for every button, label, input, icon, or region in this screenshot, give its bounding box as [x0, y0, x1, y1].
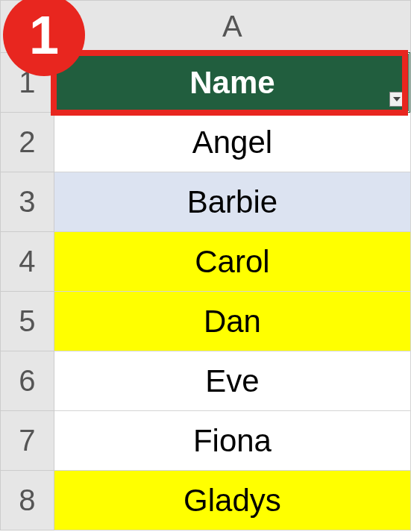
row-header-5[interactable]: 5	[1, 292, 54, 351]
column-header-A[interactable]: A	[54, 1, 410, 53]
cell-A8[interactable]: Gladys	[54, 471, 410, 531]
cell-A6[interactable]: Eve	[54, 351, 410, 411]
cell-A5[interactable]: Dan	[54, 292, 410, 351]
row-header-4[interactable]: 4	[1, 232, 54, 292]
chevron-down-icon	[393, 97, 401, 101]
row-header-6[interactable]: 6	[1, 351, 54, 411]
cell-A2[interactable]: Angel	[54, 113, 410, 172]
table-header-cell: Name	[55, 53, 410, 112]
row-header-2[interactable]: 2	[1, 113, 54, 172]
table-header-label: Name	[189, 65, 274, 101]
cell-A4[interactable]: Carol	[54, 232, 410, 292]
row-header-8[interactable]: 8	[1, 471, 54, 531]
spreadsheet-grid: A 1 Name 2 Angel 3 Barbie 4 Carol 5 Dan …	[0, 0, 411, 531]
cell-A7[interactable]: Fiona	[54, 411, 410, 471]
filter-dropdown-button[interactable]	[389, 92, 404, 107]
select-all-corner[interactable]	[1, 1, 54, 53]
row-header-1[interactable]: 1	[1, 53, 54, 113]
row-header-3[interactable]: 3	[1, 172, 54, 232]
row-header-7[interactable]: 7	[1, 411, 54, 471]
cell-A1[interactable]: Name	[54, 53, 410, 113]
cell-A3[interactable]: Barbie	[54, 172, 410, 232]
